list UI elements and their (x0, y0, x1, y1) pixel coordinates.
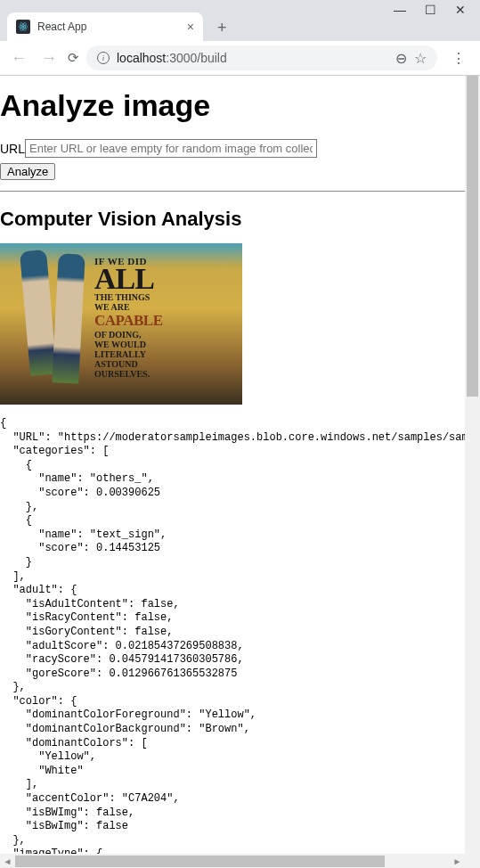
window-title-bar: — ☐ ✕ (0, 0, 480, 9)
new-tab-button[interactable]: + (212, 15, 232, 41)
url-text: localhost:3000/build (117, 51, 388, 65)
browser-menu-button[interactable]: ⋮ (444, 50, 473, 67)
vertical-scrollbar[interactable] (465, 76, 480, 854)
horizontal-scrollbar[interactable]: ◄ ► (0, 854, 465, 868)
react-favicon-icon (16, 20, 30, 34)
horizontal-scroll-track[interactable] (15, 854, 450, 868)
maximize-icon[interactable]: ☐ (425, 4, 435, 15)
url-label: URL (0, 142, 25, 156)
reload-button[interactable]: ⟳ (68, 50, 79, 66)
tab-title: React App (37, 20, 180, 33)
close-window-icon[interactable]: ✕ (455, 4, 466, 15)
scroll-left-arrow[interactable]: ◄ (0, 854, 15, 868)
page-viewport: Analyze image URL Analyze Computer Visio… (0, 76, 480, 868)
bookmark-star-icon[interactable]: ☆ (414, 50, 427, 67)
scroll-right-arrow[interactable]: ► (450, 854, 465, 868)
browser-chrome: — ☐ ✕ React App × + ← → ⟳ i localhost:30… (0, 0, 480, 76)
json-output: { "URL": "https://moderatorsampleimages.… (0, 417, 480, 868)
page-title: Analyze image (0, 88, 480, 123)
site-info-icon[interactable]: i (97, 52, 110, 64)
page-content: Analyze image URL Analyze Computer Visio… (0, 88, 480, 868)
address-bar: ← → ⟳ i localhost:3000/build ⊖ ☆ ⋮ (0, 41, 480, 75)
window-controls: — ☐ ✕ (395, 4, 466, 15)
vertical-scroll-thumb[interactable] (467, 76, 478, 397)
section-heading: Computer Vision Analysis (0, 208, 480, 231)
image-quote-text: IF WE DID ALL THE THINGS WE ARE CAPABLE … (94, 256, 228, 379)
horizontal-scroll-thumb[interactable] (15, 856, 385, 867)
minimize-icon[interactable]: — (395, 4, 405, 15)
analyze-button[interactable]: Analyze (0, 163, 55, 180)
browser-tab[interactable]: React App × (7, 12, 203, 41)
back-button[interactable]: ← (7, 45, 30, 71)
divider (0, 191, 480, 192)
zoom-icon[interactable]: ⊖ (395, 50, 407, 67)
url-input-row: URL (0, 139, 480, 158)
image-url-input[interactable] (25, 139, 317, 158)
url-input-box[interactable]: i localhost:3000/build ⊖ ☆ (86, 45, 437, 70)
tab-close-icon[interactable]: × (187, 20, 194, 34)
analyzed-image: IF WE DID ALL THE THINGS WE ARE CAPABLE … (0, 243, 242, 405)
svg-point-0 (22, 26, 24, 28)
scroll-corner (465, 854, 480, 868)
forward-button[interactable]: → (37, 45, 61, 71)
